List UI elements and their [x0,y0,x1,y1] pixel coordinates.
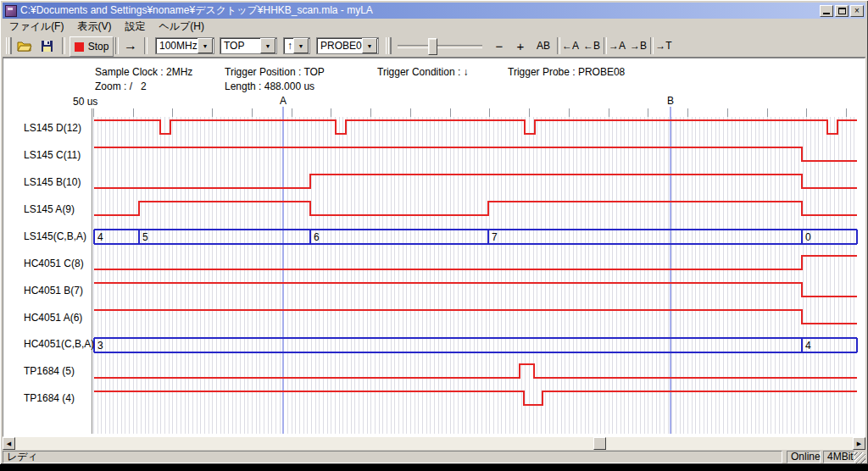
set-marker-a-button[interactable]: →A [608,36,626,55]
trace-ls145-c-11 [94,147,857,161]
bus-value-ls145-c-b-a-0: 0 [805,231,811,243]
toolbar-separator [115,37,119,54]
toolbar-separator [144,37,147,54]
channel-label-ls145-b-10: LS145 B(10) [24,176,81,188]
save-button[interactable] [36,36,57,55]
bus-value-hc4051-c-b-a-4: 4 [805,340,811,352]
close-icon: × [854,7,860,15]
set-marker-b-button[interactable]: →B [629,36,648,55]
zoom-slider-track[interactable] [398,45,482,48]
scroll-right-button[interactable]: ▶ [853,437,865,450]
trace-ls145-a-9 [94,202,857,215]
trigger-probe-combo[interactable]: PROBE00 ▼ [316,37,379,54]
menu-settings[interactable]: 設定 [118,19,152,35]
trigger-edge-combo[interactable]: ↑ ▼ [283,37,310,54]
toolbar-separator [62,37,65,54]
time-scale-label: 50 us [73,96,97,108]
chevron-down-icon[interactable]: ▼ [198,38,213,53]
marker-b-label: B [665,95,676,107]
scroll-left-icon: ◀ [7,441,11,447]
maximize-button[interactable] [835,5,849,17]
menu-bar: ファイル(F) 表示(V) 設定 ヘルプ(H) [3,19,865,34]
channel-label-hc4051-a-6: HC4051 A(6) [24,312,82,324]
memory-status-badge: 4MBit [823,451,855,463]
open-file-button[interactable] [14,36,35,55]
stop-label: Stop [88,41,109,53]
scroll-left-button[interactable]: ◀ [3,437,15,450]
sample-clock-combo[interactable]: 100MHz ▼ [155,37,214,54]
channel-label-ls145-d-12: LS145 D(12) [24,122,81,134]
trace-ls145-b-10 [94,175,857,188]
toolbar-separator [604,37,607,54]
chevron-down-icon[interactable]: ▼ [260,38,275,53]
sample-clock-value: 100MHz [156,40,198,52]
bus-value-hc4051-c-b-a-3: 3 [97,340,103,352]
zoom-info: Zoom : / 2 [95,80,147,92]
save-floppy-icon [41,40,53,53]
trigger-position-info: Trigger Position : TOP [225,66,325,78]
sample-clock-info: Sample Clock : 2MHz [95,66,192,78]
trace-hc4051-b-7 [94,283,857,296]
channel-label-ls145-a-9: LS145 A(9) [24,203,75,215]
toolbar: Stop → 100MHz ▼ TOP ▼ ↑ ▼ PROBE00 ▼ [3,34,865,58]
menu-help[interactable]: ヘルプ(H) [152,19,211,35]
trace-ls145-d-12 [94,120,857,134]
goto-marker-a-button[interactable]: ←A [561,36,580,55]
bus-value-ls145-c-b-a-6: 6 [314,231,320,243]
marker-a-label: A [278,95,288,107]
app-icon [5,5,17,17]
zoom-slider-thumb[interactable] [428,38,437,55]
open-folder-icon [17,40,32,52]
bus-value-ls145-c-b-a-5: 5 [142,231,148,243]
channel-label-hc4051-b-7: HC4051 B(7) [24,285,83,296]
channel-label-tp1684-4: TP1684 (4) [24,392,75,404]
resize-grip[interactable] [854,452,865,463]
chevron-down-icon[interactable]: ▼ [362,38,377,53]
bus-value-ls145-c-b-a-4: 4 [97,231,103,243]
run-button[interactable]: → [120,36,142,55]
close-button[interactable]: × [850,5,864,17]
trace-tp1684-4 [94,391,857,405]
channel-label-hc4051-c-8: HC4051 C(8) [24,258,84,269]
status-bar: レディ Online 4MBit [3,451,865,463]
channel-label-tp1684-5: TP1684 (5) [24,365,75,377]
title-bar: C:¥Documents and Settings¥noname¥デスクトップ¥… [3,3,865,19]
trigger-edge-value: ↑ [284,40,293,52]
zoom-in-button[interactable]: + [512,36,529,55]
stop-button[interactable]: Stop [70,36,114,57]
length-info: Length : 488.000 us [225,80,314,92]
bus-label-hc4051-c-b-a: HC4051(C,B,A) [24,338,94,350]
maximize-icon [838,8,846,14]
stop-icon [75,42,84,52]
toolbar-separator [650,37,654,54]
trace-hc4051-a-6 [94,310,857,324]
trigger-position-combo[interactable]: TOP ▼ [220,37,277,54]
grid-left-edge [92,108,92,434]
goto-marker-b-button[interactable]: ←B [582,36,601,55]
bus-value-ls145-c-b-a-7: 7 [492,231,498,243]
trace-tp1684-5 [94,364,857,378]
myla-window: C:¥Documents and Settings¥noname¥デスクトップ¥… [0,0,868,464]
ab-range-button[interactable]: AB [533,36,554,55]
trigger-condition-info: Trigger Condition : ↓ [377,66,469,78]
toolbar-separator [557,37,560,54]
minimize-button[interactable] [820,5,833,17]
trace-hc4051-c-8 [94,256,857,269]
trigger-probe-value: PROBE00 [317,40,362,52]
trigger-position-value: TOP [220,40,260,52]
menu-file[interactable]: ファイル(F) [3,19,70,35]
trace-plot: 4567034 [93,108,858,434]
zoom-out-button[interactable]: − [491,36,508,55]
chevron-down-icon[interactable]: ▼ [293,38,309,53]
window-title: C:¥Documents and Settings¥noname¥デスクトップ¥… [20,3,818,18]
toolbar-grip[interactable] [386,37,391,54]
goto-trigger-button[interactable]: →T [654,36,673,55]
channel-label-ls145-c-11: LS145 C(11) [24,149,81,161]
scroll-right-icon: ▶ [857,441,861,447]
horizontal-scrollbar[interactable]: ◀ ▶ [3,437,865,450]
scrollbar-thumb[interactable] [593,437,606,450]
toolbar-grip[interactable] [6,37,11,54]
desktop: C:¥Documents and Settings¥noname¥デスクトップ¥… [0,0,868,471]
menu-view[interactable]: 表示(V) [70,19,118,35]
trigger-probe-info: Trigger Probe : PROBE08 [508,66,625,78]
